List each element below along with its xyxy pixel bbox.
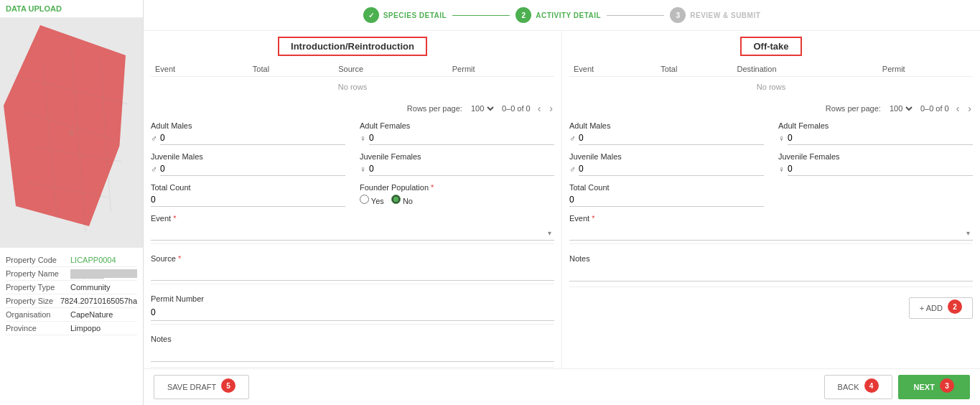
col-destination-right: Destination [733, 62, 878, 77]
next-button[interactable]: NEXT 3 [898, 375, 970, 399]
juvenile-males-input-left[interactable] [160, 162, 345, 176]
adult-males-group-right: Adult Males ♂ [569, 121, 764, 145]
empty-message-left: No rows [151, 77, 554, 98]
event-label-left: Event * [151, 214, 554, 223]
rows-per-page-label-left: Rows per page: [407, 104, 462, 113]
col-permit-left: Permit [448, 62, 554, 77]
property-name-label: Property Name [6, 269, 70, 278]
badge-4: 4 [864, 378, 879, 393]
province-value: Limpopo [70, 324, 137, 332]
juvenile-females-input-right[interactable] [788, 162, 973, 176]
property-name-value: ██████ [70, 269, 137, 278]
total-count-group-left: Total Count [151, 183, 345, 207]
step-circle-review: 3 [670, 7, 686, 23]
right-table: Event Total Destination Permit No rows [569, 62, 973, 97]
juvenile-males-group-right: Juvenile Males ♂ [569, 152, 764, 176]
col-total-right: Total [656, 62, 732, 77]
prev-page-right[interactable]: ‹ [955, 103, 961, 114]
step-line-2 [607, 15, 664, 16]
adult-count-row-right: Adult Males ♂ Adult Females ♀ [569, 121, 973, 145]
step-activity: 2 ACTIVITY DETAIL [515, 7, 601, 23]
event-select-left[interactable] [151, 224, 554, 241]
step-line-1 [452, 15, 510, 16]
back-button[interactable]: BACK 4 [824, 375, 892, 399]
event-select-wrapper-right [569, 224, 973, 241]
notes-section-right: Notes [569, 254, 973, 290]
adult-males-input-right[interactable] [579, 131, 764, 145]
founder-population-label: Founder Population * [360, 183, 554, 192]
right-panel-header: Off-take [569, 31, 973, 62]
table-row: No rows [569, 77, 973, 98]
next-page-right[interactable]: › [966, 103, 973, 114]
svg-line-3 [29, 183, 107, 197]
founder-no-label[interactable]: No [391, 195, 413, 205]
notes-input-right[interactable] [569, 264, 973, 281]
juvenile-count-row-left: Juvenile Males ♂ Juvenile Females ♀ [151, 152, 554, 176]
event-label-right: Event * [569, 214, 973, 223]
adult-males-input-left[interactable] [160, 131, 345, 145]
total-count-label-right: Total Count [569, 183, 764, 192]
source-input[interactable] [151, 264, 554, 281]
col-event-left: Event [151, 62, 248, 77]
founder-population-group: Founder Population * Yes No [360, 183, 554, 207]
step-circle-species: ✓ [363, 7, 379, 23]
total-count-label-left: Total Count [151, 183, 345, 192]
svg-line-1 [22, 111, 114, 140]
notes-label-right: Notes [569, 254, 973, 263]
juvenile-females-input-left[interactable] [369, 162, 554, 176]
property-info: Property Code LICAPP0004 Property Name █… [0, 248, 143, 341]
map-lines-overlay [0, 18, 143, 248]
property-code-value: LICAPP0004 [70, 256, 137, 264]
step-label-species: SPECIES DETAIL [383, 11, 447, 19]
juvenile-females-label-left: Juvenile Females [360, 152, 554, 161]
total-row-right: Total Count [569, 183, 973, 207]
rows-per-page-select-left[interactable]: 100 25 50 [468, 103, 496, 113]
property-size-label: Property Size [6, 297, 60, 305]
founder-yes-radio[interactable] [360, 195, 369, 204]
adult-females-input-right[interactable] [788, 131, 973, 145]
female-icon-right: ♀ [778, 134, 785, 144]
rows-per-page-select-right[interactable]: 100 25 50 [887, 103, 915, 113]
founder-yes-label[interactable]: Yes [360, 195, 384, 205]
founder-no-radio[interactable] [391, 195, 401, 204]
left-panel: Introduction/Reintroduction Event Total … [144, 31, 562, 368]
next-page-left[interactable]: › [548, 103, 554, 114]
adult-males-label-left: Adult Males [151, 121, 345, 130]
bottom-bar: SAVE DRAFT 5 BACK 4 NEXT 3 [144, 368, 980, 405]
save-draft-container: SAVE DRAFT 5 [154, 375, 249, 399]
adult-males-label-right: Adult Males [569, 121, 764, 130]
event-select-right[interactable] [569, 224, 973, 241]
add-btn-row-right: + ADD 2 [569, 297, 973, 319]
save-draft-button[interactable]: SAVE DRAFT 5 [154, 375, 249, 399]
event-select-row-right: Event * [569, 214, 973, 247]
right-table-footer: Rows per page: 100 25 50 0–0 of 0 ‹ › [569, 100, 973, 117]
badge-5: 5 [221, 378, 235, 393]
property-code-row: Property Code LICAPP0004 [6, 253, 137, 267]
total-count-input-right[interactable] [569, 193, 764, 207]
pagination-left: 0–0 of 0 [502, 104, 531, 113]
left-table-footer: Rows per page: 100 25 50 0–0 of 0 ‹ › [151, 100, 554, 117]
event-select-wrapper-left [151, 224, 554, 241]
prev-page-left[interactable]: ‹ [536, 103, 543, 114]
step-circle-activity: 2 [515, 7, 531, 23]
empty-message-right: No rows [569, 77, 973, 98]
male-icon-left: ♂ [151, 134, 157, 144]
permit-number-input[interactable] [151, 304, 554, 321]
juvenile-female-icon-left: ♀ [360, 164, 366, 174]
juvenile-females-label-right: Juvenile Females [778, 152, 973, 161]
total-count-input-left[interactable] [151, 193, 345, 207]
col-source-left: Source [334, 62, 448, 77]
map-area [0, 18, 143, 248]
adult-females-label-right: Adult Females [778, 121, 973, 130]
adult-count-row-left: Adult Males ♂ Adult Females ♀ [151, 121, 554, 145]
spacer-right [778, 183, 973, 207]
table-row: No rows [151, 77, 554, 98]
svg-line-0 [14, 75, 129, 104]
adult-females-input-left[interactable] [369, 131, 554, 145]
notes-input-left[interactable] [151, 345, 554, 362]
svg-line-2 [36, 147, 121, 162]
province-label: Province [6, 324, 70, 332]
property-type-row: Property Type Community [6, 281, 137, 294]
add-button-right[interactable]: + ADD 2 [909, 297, 973, 319]
juvenile-males-input-right[interactable] [579, 162, 764, 176]
